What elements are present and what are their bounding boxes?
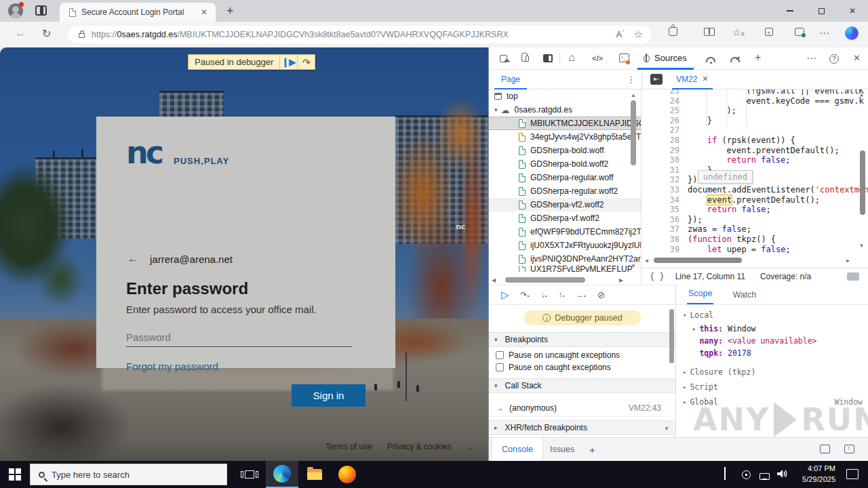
- taskbar-explorer-button[interactable]: [298, 461, 331, 488]
- tab-close-icon[interactable]: ✕: [198, 7, 210, 17]
- line-number[interactable]: 30: [642, 155, 679, 165]
- section-xhr-breakpoints[interactable]: ▸XHR/fetch Breakpoints ▼: [489, 420, 675, 435]
- taskbar-clock[interactable]: 4:07 PM 5/29/2025: [802, 463, 835, 485]
- step-button[interactable]: →•: [576, 290, 586, 300]
- step-into-button[interactable]: ↓•: [540, 290, 547, 300]
- step-out-button[interactable]: ↑•: [558, 290, 564, 300]
- minimize-button[interactable]: [778, 0, 802, 22]
- line-number[interactable]: 25: [642, 106, 679, 116]
- editor-scroll-left-icon[interactable]: ◀: [645, 258, 648, 264]
- editor-vertical-scrollbar[interactable]: [860, 150, 865, 215]
- tree-scroll-down-icon[interactable]: ▼: [631, 263, 636, 269]
- line-number[interactable]: 26: [642, 116, 679, 126]
- scope-section-script[interactable]: ▸Script: [676, 381, 868, 393]
- scope-section-closure[interactable]: ▸Closure (tkpz): [676, 366, 868, 378]
- tab-page[interactable]: Page: [494, 70, 527, 89]
- line-number[interactable]: 33: [642, 185, 679, 195]
- password-input[interactable]: Password: [126, 328, 352, 347]
- extensions-icon[interactable]: [669, 27, 677, 38]
- tree-horizontal-scrollbar[interactable]: [505, 277, 585, 283]
- expand-arrow-icon[interactable]: ▸: [692, 325, 696, 332]
- file-tree-item[interactable]: GDSherpa-vf2.woff2: [489, 198, 641, 211]
- sidebar-scroll-down-icon[interactable]: ▼: [664, 426, 669, 432]
- section-breakpoints[interactable]: ▾Breakpoints: [489, 332, 675, 347]
- line-number[interactable]: 32: [642, 175, 679, 185]
- editor-scroll-right-icon[interactable]: ▶: [846, 258, 850, 264]
- file-tree-item[interactable]: ijU0X5XTJxFRtyuuokzj9UyzlUE: [489, 239, 641, 252]
- units-icon[interactable]: [847, 272, 859, 281]
- source-editor[interactable]: 232425262728293031323334353637383940 (!g…: [642, 89, 868, 268]
- section-call-stack[interactable]: ▾Call Stack: [489, 378, 675, 393]
- tab-watch[interactable]: Watch: [731, 290, 757, 304]
- taskbar-firefox-button[interactable]: [331, 461, 363, 488]
- file-tree-item[interactable]: UX1R7SFvL8PvMLKEFLUP: [489, 266, 641, 272]
- performance-icon[interactable]: [730, 54, 740, 64]
- line-number[interactable]: 38: [642, 235, 679, 245]
- tab-sources[interactable]: Sources: [637, 47, 694, 70]
- sidebar-vertical-scrollbar[interactable]: [669, 309, 674, 363]
- tree-scroll-right-icon[interactable]: ▶: [619, 277, 623, 283]
- console-icon[interactable]: ›_: [619, 54, 629, 64]
- read-aloud-icon[interactable]: Aᐟ: [616, 29, 624, 39]
- line-number[interactable]: 39: [642, 245, 679, 255]
- privacy-link[interactable]: Privacy & cookies: [387, 442, 452, 451]
- exception-checkbox-row[interactable]: Pause on caught exceptions: [489, 361, 675, 373]
- scope-section-local[interactable]: ▾Local: [676, 309, 868, 321]
- scope-variable-row[interactable]: nany: <value unavailable>: [676, 335, 868, 347]
- scope-section-global[interactable]: ▸Global Window: [676, 396, 868, 408]
- taskbar-edge-button[interactable]: [266, 461, 298, 488]
- editor-scroll-up-icon[interactable]: ▲: [860, 92, 863, 98]
- scope-variable-row[interactable]: ▸this: Window: [676, 323, 868, 335]
- line-number[interactable]: 31: [642, 165, 679, 176]
- tab-issues[interactable]: Issues: [540, 438, 584, 461]
- pretty-print-icon[interactable]: { }: [650, 272, 665, 281]
- line-number[interactable]: 34: [642, 195, 679, 205]
- editor-scroll-down-icon[interactable]: ▼: [860, 243, 863, 249]
- file-tree-item[interactable]: GDSherpa-bold.woff: [489, 144, 641, 157]
- tree-scroll-up-icon[interactable]: ▲: [631, 92, 636, 98]
- line-number[interactable]: 36: [642, 215, 679, 225]
- tray-volume-icon[interactable]: [777, 469, 788, 481]
- dock-side-icon[interactable]: [543, 54, 553, 64]
- line-number[interactable]: 35: [642, 205, 679, 215]
- line-number[interactable]: 27: [642, 125, 679, 136]
- taskbar-search[interactable]: Type here to search: [30, 464, 227, 485]
- file-tree-item[interactable]: 34egtJyvs4wj2Vx8ghp5ta5e6T: [489, 130, 641, 144]
- clear-activity-icon[interactable]: [820, 445, 830, 455]
- network-icon[interactable]: [706, 54, 715, 64]
- workspaces-icon[interactable]: [35, 5, 47, 16]
- tree-item-top[interactable]: top: [489, 89, 641, 103]
- file-tree-item[interactable]: GDSherpa-vf.woff2: [489, 211, 641, 225]
- collapse-sidebar-icon[interactable]: ⇤: [650, 74, 663, 85]
- back-arrow-icon[interactable]: ←: [127, 252, 139, 266]
- collections-icon[interactable]: +: [765, 27, 773, 38]
- copilot-icon[interactable]: [845, 26, 859, 42]
- tree-scroll-left-icon[interactable]: ◀: [492, 277, 496, 283]
- elements-icon[interactable]: </>: [592, 54, 603, 62]
- file-tree-item[interactable]: GDSherpa-regular.woff2: [489, 184, 641, 198]
- forgot-password-link[interactable]: Forgot my password: [126, 361, 218, 372]
- terms-link[interactable]: Terms of use: [326, 442, 372, 451]
- help-icon[interactable]: ?: [829, 53, 839, 64]
- split-screen-icon[interactable]: [704, 27, 715, 38]
- address-bar[interactable]: https://0saes.ratgdd.es/MBIUKTMCJJOEKLNA…: [68, 26, 651, 43]
- line-number[interactable]: 29: [642, 146, 679, 156]
- vm22-close-icon[interactable]: ✕: [702, 75, 708, 83]
- home-icon[interactable]: ⌂: [568, 52, 575, 64]
- scope-variable-row[interactable]: tqpk: 20178: [676, 347, 868, 359]
- inspect-element-icon[interactable]: [500, 54, 507, 64]
- tray-network-icon[interactable]: [760, 470, 770, 483]
- line-number[interactable]: 23: [642, 89, 679, 96]
- browser-essentials-icon[interactable]: [795, 27, 804, 38]
- devtools-more-icon[interactable]: ⋯: [806, 52, 816, 64]
- close-button[interactable]: ✕: [841, 0, 864, 22]
- tab-console[interactable]: Console: [492, 438, 543, 461]
- call-stack-frame[interactable]: → (anonymous) VM22:43: [489, 400, 667, 417]
- tab-scope[interactable]: Scope: [687, 289, 713, 304]
- task-view-button[interactable]: [235, 461, 264, 488]
- checkbox[interactable]: [496, 351, 504, 359]
- maximize-button[interactable]: [810, 0, 833, 22]
- navigator-more-icon[interactable]: ⋮: [627, 75, 635, 85]
- new-tab-button[interactable]: +: [226, 4, 234, 18]
- tab-vm22[interactable]: VM22 ✕: [672, 70, 713, 89]
